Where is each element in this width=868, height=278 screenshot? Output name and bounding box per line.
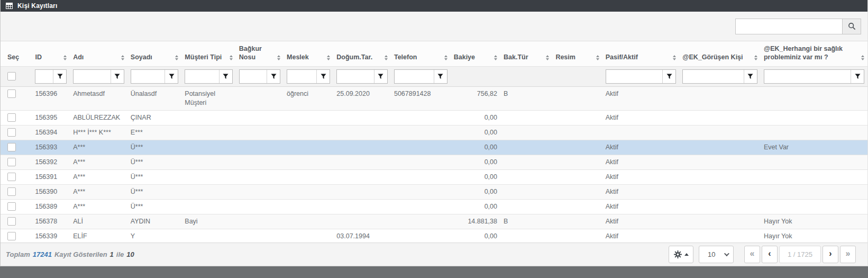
table-row[interactable]: 156392A***Ü***0,00Aktif [1, 155, 867, 170]
filter-input-ek_saglik[interactable] [764, 70, 851, 83]
column-header-ek_saglik[interactable]: @EK_Herhangi bir sağlık probleminiz var … [761, 41, 867, 67]
row-checkbox[interactable] [7, 202, 16, 211]
row-checkbox[interactable] [7, 89, 16, 98]
filter-button-telefon[interactable] [434, 70, 447, 83]
column-header-bak_tur[interactable]: Bak.Tür [500, 41, 552, 67]
filter-input-pasif_aktif[interactable] [606, 70, 663, 83]
filter-button-ek_gorusen_kisi[interactable] [744, 70, 757, 83]
column-header-telefon[interactable]: Telefon [391, 41, 451, 67]
column-header-musteri_tipi[interactable]: Müşteri Tipi [181, 41, 236, 67]
cell-meslek [284, 229, 333, 243]
cell-musteri_tipi: Potansiyel Müşteri [181, 87, 236, 111]
row-checkbox[interactable] [7, 187, 16, 196]
cell-id: 156390 [32, 185, 70, 200]
row-checkbox[interactable] [7, 113, 16, 122]
column-header-bagkur_nosu[interactable]: Bağkur Nosu [236, 41, 284, 67]
table-row[interactable]: 156389A***Ü***0,00Aktif [1, 200, 867, 214]
settings-button[interactable] [669, 246, 693, 263]
column-header-pasif_aktif[interactable]: Pasif/Aktif [602, 41, 680, 67]
funnel-icon [114, 74, 120, 79]
last-page-button[interactable]: » [840, 246, 856, 263]
filter-row [1, 67, 867, 87]
filter-cell-telefon [391, 67, 451, 87]
column-header-id[interactable]: ID [32, 41, 70, 67]
filter-input-telefon[interactable] [395, 70, 434, 83]
filter-input-adi[interactable] [74, 70, 111, 83]
cell-sec [1, 185, 32, 200]
sort-icon [494, 55, 497, 61]
sort-icon [327, 55, 330, 61]
search-button[interactable] [842, 19, 861, 34]
table-row[interactable]: 156393A***Ü***0,00AktifEvet Var [1, 140, 867, 155]
table-row[interactable]: 156394H*** İ*** K***E***0,00 [1, 125, 867, 140]
cell-ek_gorusen_kisi [679, 214, 761, 229]
cell-adi: A*** [70, 200, 127, 214]
cell-bakiye: 0,00 [451, 229, 500, 243]
first-page-button[interactable]: « [744, 246, 760, 263]
column-label: Telefon [394, 53, 417, 61]
search-input[interactable] [735, 19, 842, 34]
filter-button-pasif_aktif[interactable] [662, 70, 675, 83]
funnel-icon [437, 74, 443, 79]
table-row[interactable]: 156396AhmetasdfÜnalasdfPotansiyel Müşter… [1, 87, 867, 111]
prev-page-button[interactable]: ‹ [762, 246, 778, 263]
table-row[interactable]: 156339ELİFY03.07.19940,00AktifHayır Yok [1, 229, 867, 243]
column-header-adi[interactable]: Adı [70, 41, 127, 67]
filter-input-meslek[interactable] [287, 70, 316, 83]
total-count: 17241 [33, 250, 52, 258]
filter-input-id[interactable] [35, 70, 53, 83]
filter-button-id[interactable] [53, 70, 66, 83]
cell-ek_gorusen_kisi [679, 170, 761, 185]
cell-soyadi: Ü*** [127, 200, 182, 214]
cell-pasif_aktif: Aktif [602, 185, 680, 200]
filter-cell-sec [1, 67, 32, 87]
filter-button-dogum_tar[interactable] [374, 70, 387, 83]
filter-button-musteri_tipi[interactable] [219, 70, 232, 83]
cell-id: 156391 [32, 170, 70, 185]
row-checkbox[interactable] [7, 143, 16, 151]
cell-adi: Ahmetasdf [70, 87, 127, 111]
table-row[interactable]: 156390A***Ü***0,00Aktif [1, 185, 867, 200]
column-header-ek_gorusen_kisi[interactable]: @EK_Görüşen Kişi [679, 41, 761, 67]
column-header-bakiye[interactable]: Bakiye [451, 41, 500, 67]
row-checkbox[interactable] [7, 158, 16, 166]
row-checkbox[interactable] [7, 173, 16, 181]
cell-ek_saglik [761, 170, 867, 185]
cell-ek_gorusen_kisi [679, 229, 761, 243]
cell-adi: ABLÜLREZZAK [70, 111, 127, 125]
cell-pasif_aktif: Aktif [602, 170, 680, 185]
cell-meslek [284, 155, 333, 170]
column-header-meslek[interactable]: Meslek [284, 41, 333, 67]
cell-ek_saglik [761, 155, 867, 170]
filter-button-bagkur_nosu[interactable] [267, 70, 280, 83]
next-page-button[interactable]: › [823, 246, 838, 263]
filter-button-soyadi[interactable] [165, 70, 178, 83]
cell-soyadi: ÇINAR [127, 111, 182, 125]
column-header-soyadi[interactable]: Soyadı [127, 41, 182, 67]
cell-resim [552, 140, 602, 155]
column-header-dogum_tar[interactable]: Doğum.Tar. [333, 41, 391, 67]
column-header-resim[interactable]: Resim [552, 41, 602, 67]
page-size-select[interactable]: 10 [699, 246, 734, 263]
table-row[interactable]: 156391A***Ü***0,00Aktif [1, 170, 867, 185]
row-checkbox[interactable] [7, 217, 16, 226]
filter-button-ek_saglik[interactable] [851, 70, 864, 83]
select-all-checkbox[interactable] [7, 72, 16, 80]
table-row[interactable]: 156378ALİAYDINBayi14.881,38BAktifHayır Y… [1, 214, 867, 229]
cell-soyadi: Y [127, 229, 182, 243]
filter-input-dogum_tar[interactable] [337, 70, 374, 83]
filter-input-musteri_tipi[interactable] [185, 70, 219, 83]
table-row[interactable]: 156395ABLÜLREZZAKÇINAR0,00Aktif [1, 111, 867, 125]
filter-button-meslek[interactable] [316, 70, 330, 83]
row-checkbox[interactable] [7, 232, 16, 240]
cell-bagkur_nosu [236, 155, 284, 170]
filter-input-soyadi[interactable] [131, 70, 165, 83]
cell-telefon [391, 185, 451, 200]
filter-input-bagkur_nosu[interactable] [240, 70, 267, 83]
cell-soyadi: E*** [127, 125, 182, 140]
cell-telefon [391, 155, 451, 170]
grid-footer: Toplam 17241 Kayıt Gösterilen 1 ile 10 [1, 243, 867, 266]
row-checkbox[interactable] [7, 128, 16, 137]
filter-input-ek_gorusen_kisi[interactable] [683, 70, 744, 83]
filter-button-adi[interactable] [111, 70, 124, 83]
